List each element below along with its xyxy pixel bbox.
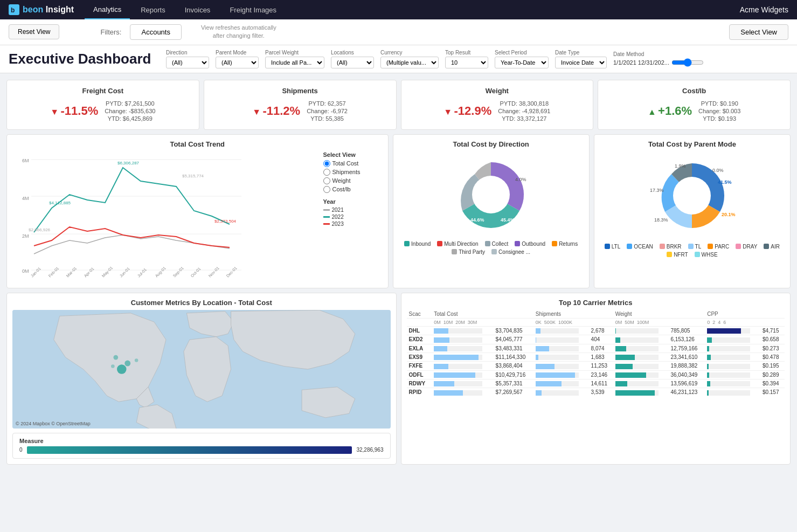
date-method-filter: Date Method 1/1/2021 12/31/202... (613, 51, 704, 67)
carrier-cost-val: $3,483,331 (494, 344, 533, 353)
carrier-table: Scac Total Cost Shipments Weight CPP 0M … (407, 310, 785, 397)
th-ship-scale: 0K 500K 1000K (533, 318, 613, 326)
dashboard-title: Executive Dashboard (9, 51, 160, 67)
parcel-weight-filter: Parcel Weight Include all Pa... (265, 50, 324, 68)
view-weight-radio[interactable] (323, 177, 330, 184)
date-type-select[interactable]: Invoice Date (555, 57, 607, 68)
trend-chart-card: Total Cost Trend 6M 4M 2M 0M (6, 134, 389, 288)
trend-controls: Select View Total Cost Shipments Weight … (323, 151, 383, 282)
th-scac: Scac (407, 310, 432, 319)
carrier-ship-bar (533, 353, 589, 361)
carrier-weight-val: 785,805 (668, 326, 705, 335)
reset-view-button[interactable]: Reset View (9, 24, 59, 39)
select-period-select[interactable]: Year-To-Date (495, 57, 549, 68)
carrier-scac: ODFL (407, 370, 432, 379)
svg-text:45.4%: 45.4% (501, 217, 515, 223)
parent-mode-select[interactable]: (All) (216, 57, 259, 68)
carrier-ship-val: 14,611 (589, 379, 613, 388)
svg-point-31 (673, 177, 711, 215)
nav-freight-images[interactable]: Freight Images (221, 0, 285, 19)
svg-text:20.1%: 20.1% (722, 212, 736, 217)
kpi-weight-title: Weight (408, 87, 587, 95)
svg-text:Mar-01: Mar-01 (65, 266, 78, 278)
svg-text:$4,112,885: $4,112,885 (49, 201, 71, 205)
carrier-cost-bar (432, 388, 493, 397)
carrier-cost-bar (432, 370, 493, 379)
kpi-shipments: Shipments ▼ -11.2% PYTD: 62,357 Change: … (204, 80, 397, 130)
th-cpp-scale: 0 2 4 6 (705, 318, 785, 326)
direction-filter: Direction (All) (166, 50, 209, 68)
refresh-text: View refreshes automatically after chang… (201, 24, 276, 40)
date-method-label: Date Method (613, 51, 704, 57)
measure-min: 0 (19, 447, 23, 453)
trend-svg: 6M 4M 2M 0M $6,306, (12, 151, 244, 281)
kpi-row: Freight Cost ▼ -11.5% PYTD: $7,261,500 C… (6, 80, 791, 130)
svg-text:Dec-01: Dec-01 (225, 266, 238, 278)
nav-analytics[interactable]: Analytics (85, 0, 130, 19)
carrier-cpp-val: $0.195 (760, 362, 785, 370)
map-container: © 2024 Mapbox © OpenStreetMap (12, 310, 391, 429)
select-view-button[interactable]: Select View (729, 24, 788, 40)
top-result-label: Top Result (445, 50, 488, 56)
kpi-shipments-title: Shipments (211, 87, 390, 95)
carrier-cpp-bar (705, 388, 760, 397)
carrier-cpp-val: $0.478 (760, 353, 785, 361)
carrier-cost-bar (432, 353, 493, 361)
svg-text:Sep-01: Sep-01 (172, 266, 184, 278)
view-shipments-radio[interactable] (323, 169, 330, 176)
kpi-cost-per-lb-pct: +1.6% (658, 104, 692, 118)
locations-select[interactable]: (All) (331, 57, 374, 68)
carrier-cpp-bar (705, 379, 760, 388)
carrier-cpp-val: $0.394 (760, 379, 785, 388)
svg-point-40 (124, 360, 130, 366)
trend-chart-title: Total Cost Trend (12, 140, 383, 148)
carrier-row-rdwy: RDWY $5,357,331 14,611 13,596,619 $0.394 (407, 379, 785, 388)
view-total-cost-radio[interactable] (323, 160, 330, 167)
kpi-shipments-pct: -11.2% (262, 104, 300, 118)
carrier-ship-bar (533, 326, 589, 335)
carrier-scac: FXFE (407, 362, 432, 370)
select-period-label: Select Period (495, 50, 549, 56)
brand-text: beon Insight (23, 5, 74, 15)
nav-reports[interactable]: Reports (132, 0, 174, 19)
carrier-row-odfl: ODFL $10,429,716 23,146 36,040,349 $0.28… (407, 370, 785, 379)
svg-text:Nov-01: Nov-01 (207, 266, 220, 278)
kpi-shipments-change: Change: -6,972 (307, 108, 348, 114)
carrier-cost-val: $11,164,330 (494, 353, 533, 361)
kpi-cost-per-lb-change: Change: $0.003 (698, 108, 740, 114)
carrier-weight-val: 12,759,166 (668, 344, 705, 353)
carrier-cpp-val: $4,715 (760, 326, 785, 335)
svg-point-43 (111, 364, 115, 368)
svg-text:0.0%: 0.0% (712, 168, 724, 173)
accounts-button[interactable]: Accounts (130, 24, 181, 40)
carrier-cpp-bar (705, 353, 760, 361)
currency-filter: Currency (Multiple valu... (380, 50, 439, 68)
carrier-weight-val: 19,888,382 (668, 362, 705, 370)
carrier-row-exla: EXLA $3,483,331 8,074 12,759,166 $0.273 (407, 344, 785, 353)
carrier-ship-val: 404 (589, 335, 613, 344)
view-cost-per-lb-radio[interactable] (323, 186, 330, 193)
date-range-slider[interactable] (671, 58, 704, 67)
carrier-scac: EXS9 (407, 353, 432, 361)
kpi-shipments-ytd: YTD: 55,385 (307, 115, 348, 122)
year-legend: 2021 2022 2023 (323, 207, 383, 227)
svg-text:Oct-01: Oct-01 (190, 266, 202, 278)
direction-select[interactable]: (All) (166, 57, 209, 68)
kpi-cost-per-lb-arrow: ▲ (648, 107, 656, 116)
trend-chart-area: 6M 4M 2M 0M $6,306, (12, 151, 319, 282)
svg-point-27 (472, 176, 510, 213)
top-nav: b beon Insight Analytics Reports Invoice… (0, 0, 797, 19)
top-result-select[interactable]: 10 (445, 57, 488, 68)
nav-invoices[interactable]: Invoices (176, 0, 219, 19)
kpi-weight-ytd: YTD: 33,372,127 (498, 115, 550, 122)
carrier-cpp-bar (705, 326, 760, 335)
svg-text:4.0%: 4.0% (515, 177, 526, 182)
currency-select[interactable]: (Multiple valu... (380, 57, 439, 68)
carrier-row-exs9: EXS9 $11,164,330 1,683 23,341,610 $0.478 (407, 353, 785, 361)
parcel-weight-select[interactable]: Include all Pa... (265, 57, 324, 68)
carrier-weight-val: 36,040,349 (668, 370, 705, 379)
kpi-cost-per-lb-title: Cost/lb (605, 87, 784, 95)
year-label: Year (323, 198, 383, 205)
carrier-cpp-val: $0.658 (760, 335, 785, 344)
kpi-freight-cost: Freight Cost ▼ -11.5% PYTD: $7,261,500 C… (6, 80, 199, 130)
